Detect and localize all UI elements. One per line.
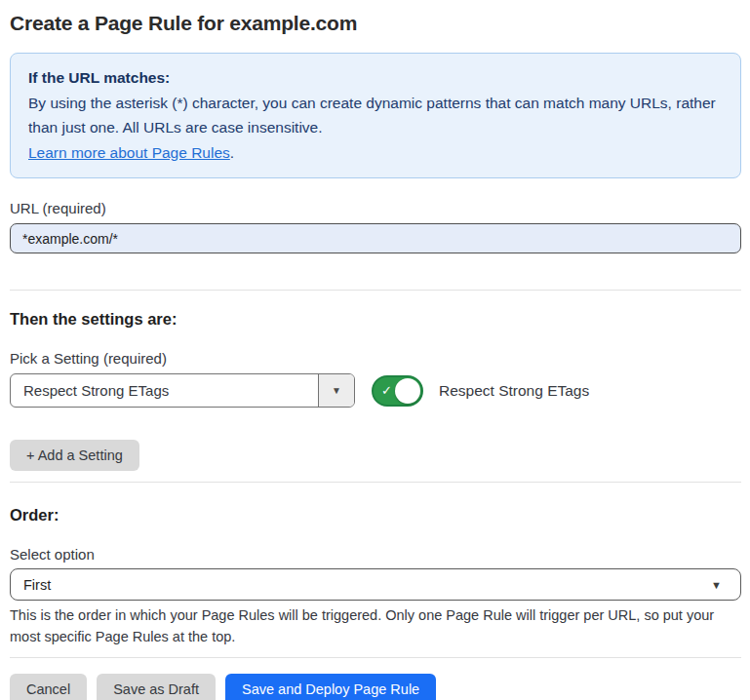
order-select-label: Select option [10, 546, 741, 563]
page-title: Create a Page Rule for example.com [10, 12, 741, 35]
url-match-info-box: If the URL matches: By using the asteris… [10, 53, 741, 178]
learn-more-link[interactable]: Learn more about Page Rules [28, 144, 230, 161]
url-field-label: URL (required) [10, 200, 741, 216]
url-input[interactable] [10, 223, 741, 253]
divider [10, 657, 741, 658]
setting-select-arrow-button[interactable]: ▼ [319, 374, 354, 407]
info-box-body: By using the asterisk (*) character, you… [28, 91, 723, 166]
order-section-heading: Order: [10, 506, 741, 525]
order-select-value: First [23, 577, 711, 593]
order-help-text: This is the order in which your Page Rul… [10, 605, 741, 647]
info-box-heading: If the URL matches: [28, 65, 723, 91]
pick-setting-label: Pick a Setting (required) [10, 350, 741, 367]
divider [10, 290, 741, 291]
setting-row: Respect Strong ETags ▼ ✓ Respect Strong … [10, 373, 741, 408]
toggle-label: Respect Strong ETags [439, 382, 589, 400]
chevron-down-icon: ▼ [332, 385, 341, 396]
toggle-knob [395, 378, 420, 404]
settings-section-heading: Then the settings are: [10, 310, 741, 329]
setting-select-value: Respect Strong ETags [11, 374, 319, 407]
add-setting-button[interactable]: + Add a Setting [10, 440, 139, 471]
footer-actions: Cancel Save as Draft Save and Deploy Pag… [10, 674, 741, 700]
check-icon: ✓ [381, 383, 392, 398]
cancel-button[interactable]: Cancel [10, 674, 87, 700]
link-period: . [230, 144, 234, 161]
toggle-group: ✓ Respect Strong ETags [372, 375, 589, 407]
save-as-draft-button[interactable]: Save as Draft [97, 674, 216, 700]
order-select[interactable]: First ▼ [10, 568, 741, 601]
setting-select[interactable]: Respect Strong ETags ▼ [10, 373, 355, 408]
respect-strong-etags-toggle[interactable]: ✓ [372, 375, 423, 407]
create-page-rule-form: Create a Page Rule for example.com If th… [0, 12, 750, 700]
save-and-deploy-button[interactable]: Save and Deploy Page Rule [225, 674, 436, 700]
chevron-down-icon: ▼ [711, 579, 722, 591]
divider [10, 482, 741, 483]
